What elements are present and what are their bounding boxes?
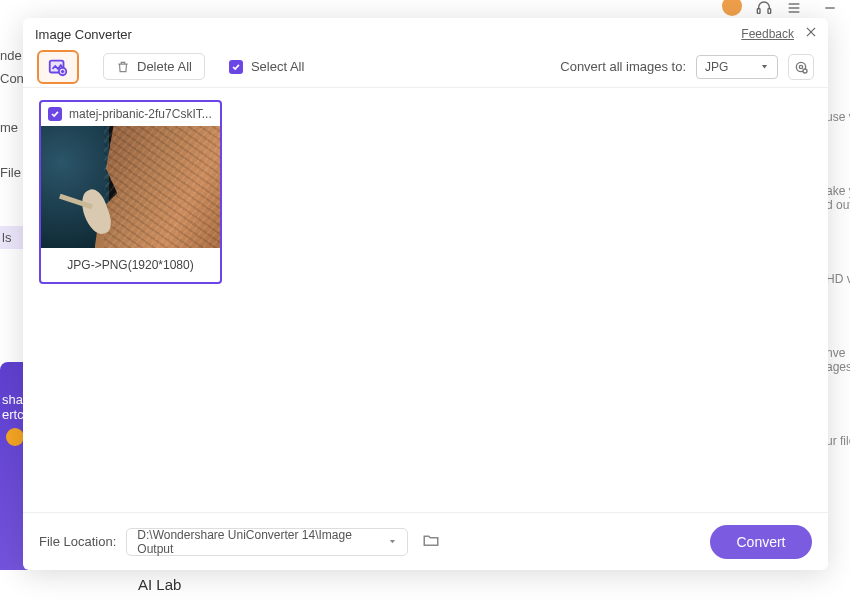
image-grid: matej-pribanic-2fu7CskIT... JPG->PNG(192…: [23, 88, 828, 512]
image-caption: JPG->PNG(1920*1080): [41, 248, 220, 282]
file-location-path: D:\Wondershare UniConverter 14\Image Out…: [137, 528, 388, 556]
feedback-link[interactable]: Feedback: [741, 27, 794, 41]
gear-icon: [793, 59, 809, 75]
chevron-down-icon: [388, 537, 397, 546]
headset-icon[interactable]: [756, 0, 772, 16]
format-select[interactable]: JPG: [696, 55, 778, 79]
minimize-icon[interactable]: [822, 0, 838, 16]
ai-lab-label[interactable]: AI Lab: [138, 576, 181, 593]
footer: File Location: D:\Wondershare UniConvert…: [23, 512, 828, 570]
close-icon[interactable]: [804, 25, 818, 43]
folder-icon: [422, 531, 440, 549]
modal-title: Image Converter: [33, 27, 132, 42]
add-image-button[interactable]: [37, 50, 79, 84]
avatar[interactable]: [722, 0, 742, 16]
toolbar: Delete All Select All Convert all images…: [23, 46, 828, 88]
select-all-label: Select All: [251, 59, 304, 74]
right-partial: use v ake yd out HD v nveages ur file: [826, 110, 850, 508]
delete-all-button[interactable]: Delete All: [103, 53, 205, 80]
convert-button[interactable]: Convert: [710, 525, 812, 559]
select-all-checkbox[interactable]: Select All: [229, 59, 304, 74]
svg-marker-16: [390, 540, 395, 543]
image-checkbox[interactable]: [48, 107, 62, 121]
image-card[interactable]: matej-pribanic-2fu7CskIT... JPG->PNG(192…: [39, 100, 222, 284]
convert-format-label: Convert all images to:: [560, 59, 686, 74]
settings-button[interactable]: [788, 54, 814, 80]
svg-rect-0: [757, 9, 760, 14]
file-location-label: File Location:: [39, 534, 116, 549]
format-selected-value: JPG: [705, 60, 728, 74]
file-location-select[interactable]: D:\Wondershare UniConverter 14\Image Out…: [126, 528, 408, 556]
image-filename: matej-pribanic-2fu7CskIT...: [69, 107, 212, 121]
trash-icon: [116, 60, 130, 74]
svg-marker-12: [762, 65, 767, 68]
open-folder-button[interactable]: [418, 527, 444, 557]
svg-point-14: [799, 65, 802, 68]
delete-all-label: Delete All: [137, 59, 192, 74]
image-thumbnail: [41, 126, 220, 248]
svg-rect-1: [768, 9, 771, 14]
svg-point-15: [803, 69, 807, 73]
image-converter-modal: Image Converter Feedback Delete All Sele…: [23, 18, 828, 570]
chevron-down-icon: [760, 62, 769, 71]
menu-icon[interactable]: [786, 0, 802, 16]
checkbox-icon: [229, 60, 243, 74]
